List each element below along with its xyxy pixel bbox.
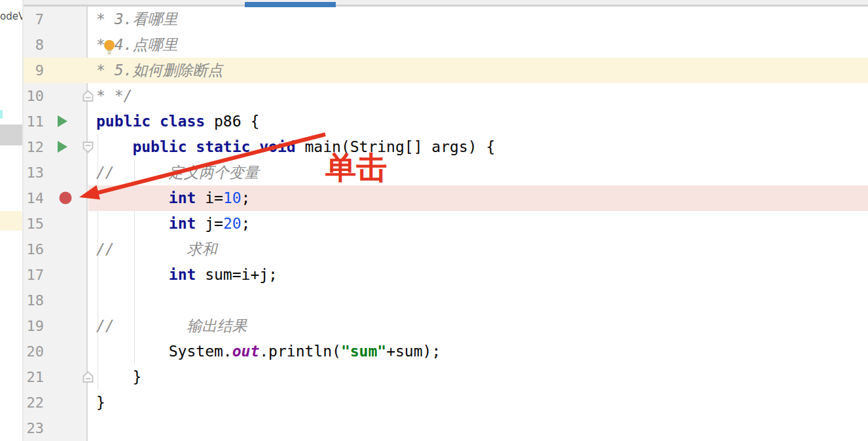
token-str: "sum" <box>341 343 386 360</box>
line-number: 17 <box>24 262 44 288</box>
code-text[interactable]: // 定义两个变量 <box>96 160 259 185</box>
code-text[interactable]: int i=10; <box>96 185 250 211</box>
token-cmt: * */ <box>96 87 132 104</box>
token-pln: j= <box>196 215 223 232</box>
token-cmt: * 3.看哪里 <box>96 10 177 28</box>
code-text[interactable]: * */ <box>96 83 132 109</box>
line-number: 12 <box>24 134 44 160</box>
token-pln: System. <box>96 343 232 360</box>
code-line-19: 19// 输出结果 <box>0 313 868 339</box>
breakpoint-icon[interactable] <box>58 191 73 205</box>
code-text[interactable]: // 求和 <box>96 237 217 262</box>
token-cmt: * 5.如何删除断点 <box>96 62 223 79</box>
token-kw: int <box>169 189 196 206</box>
code-line-11: 11public class p86 { <box>0 109 868 134</box>
code-line-12: 12 public static void main(String[] args… <box>0 134 868 160</box>
code-line-23: 23 <box>0 415 868 441</box>
line-number: 23 <box>24 415 44 441</box>
token-cmt: // 输出结果 <box>96 317 247 334</box>
lightbulb-icon[interactable] <box>103 39 116 56</box>
run-icon[interactable] <box>57 140 69 153</box>
line-number: 14 <box>24 185 44 211</box>
code-text[interactable]: int sum=i+j; <box>96 262 278 288</box>
token-pln <box>96 138 132 155</box>
line-number: 9 <box>24 58 44 83</box>
line-number: 16 <box>24 237 44 262</box>
code-line-17: 17 int sum=i+j; <box>0 262 868 288</box>
line-number: 8 <box>24 32 44 58</box>
token-kw: public static void <box>132 138 295 155</box>
code-line-18: 18 <box>0 288 868 313</box>
token-cmt: // 定义两个变量 <box>96 164 259 181</box>
ide-window: odeV 7* 3.看哪里8* 4.点哪里9* 5.如何删除断点10* */11… <box>0 0 868 441</box>
code-text[interactable]: } <box>96 364 141 390</box>
token-pln <box>96 215 169 232</box>
line-number: 22 <box>24 390 44 415</box>
code-line-20: 20 System.out.println("sum"+sum); <box>0 339 868 364</box>
line-number: 13 <box>24 160 44 185</box>
line-number: 10 <box>24 83 44 109</box>
fold-up-fold-icon[interactable] <box>81 371 95 383</box>
code-line-15: 15 int j=20; <box>0 211 868 237</box>
token-pln: p86 { <box>205 113 259 130</box>
line-number: 7 <box>24 7 44 32</box>
code-line-21: 21 } <box>0 364 868 390</box>
line-number: 21 <box>24 364 44 390</box>
code-text[interactable]: * 3.看哪里 <box>96 7 177 32</box>
code-text[interactable]: System.out.println("sum"+sum); <box>96 339 441 364</box>
code-line-14: 14 int i=10; <box>0 185 868 211</box>
token-pln: ; <box>242 215 251 232</box>
code-text[interactable]: } <box>96 390 105 415</box>
code-line-8: 8* 4.点哪里 <box>0 32 868 58</box>
code-line-10: 10* */ <box>0 83 868 109</box>
token-kw: int <box>169 266 196 283</box>
token-pln: +sum); <box>386 343 441 360</box>
run-icon[interactable] <box>57 115 69 128</box>
token-pln: ; <box>242 189 251 206</box>
editor-tab-strip <box>24 0 868 7</box>
token-kw: int <box>169 215 196 232</box>
fold-up-fold-icon[interactable] <box>81 90 95 102</box>
line-number: 15 <box>24 211 44 237</box>
code-line-13: 13// 定义两个变量 <box>0 160 868 185</box>
token-num: 20 <box>223 215 242 232</box>
code-text[interactable]: int j=20; <box>96 211 250 237</box>
token-pln: .println( <box>259 343 341 360</box>
code-line-16: 16// 求和 <box>0 237 868 262</box>
token-cmt: // 求和 <box>96 240 217 258</box>
token-pln: i= <box>196 189 223 206</box>
token-pln: } <box>96 394 105 411</box>
line-number: 11 <box>24 109 44 134</box>
code-text[interactable]: // 输出结果 <box>96 313 247 339</box>
line-number: 18 <box>24 288 44 313</box>
token-kw: public class <box>96 113 205 130</box>
annotation-click-label: 单击 <box>325 151 387 184</box>
token-fld: out <box>232 343 260 360</box>
token-pln: } <box>96 368 141 385</box>
token-pln: sum=i+j; <box>196 266 278 283</box>
code-line-9: 9* 5.如何删除断点 <box>0 58 868 83</box>
code-text[interactable]: public class p86 { <box>96 109 259 134</box>
token-pln <box>96 189 169 206</box>
line-number: 19 <box>24 313 44 339</box>
code-line-7: 7* 3.看哪里 <box>0 7 868 32</box>
token-pln <box>96 266 169 283</box>
code-text[interactable]: * 5.如何删除断点 <box>96 58 223 83</box>
code-text[interactable]: public static void main(String[] args) { <box>96 134 495 160</box>
fold-down-fold-icon[interactable] <box>81 141 95 153</box>
line-number: 20 <box>24 339 44 364</box>
code-line-22: 22} <box>0 390 868 415</box>
token-num: 10 <box>223 189 242 206</box>
